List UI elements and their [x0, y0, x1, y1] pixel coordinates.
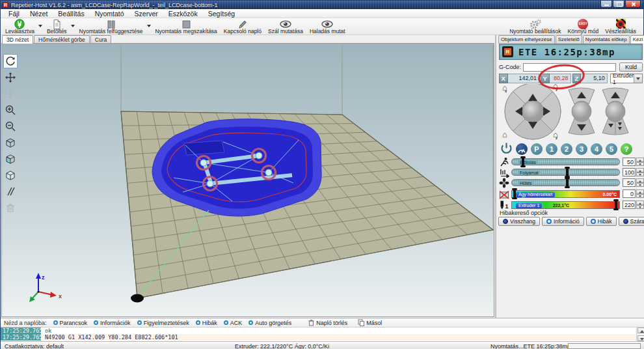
fan-value[interactable]: 50	[623, 178, 636, 187]
park-button[interactable]: P	[531, 143, 543, 155]
feedrate-slider-thumb[interactable]	[522, 157, 524, 167]
spin-down-icon[interactable]	[636, 162, 644, 167]
menu-config[interactable]: Beállítás	[53, 9, 89, 18]
svg-text:1: 1	[505, 202, 509, 209]
repetier-host-window: R Repetier-Host V1.6.2 - asm_LCDCase-Rep…	[0, 0, 644, 349]
extruder-temp-reading: 222,1°C	[553, 203, 569, 208]
flow-slider[interactable]: Folyamat	[511, 169, 620, 176]
tab-object-placement[interactable]: Objektum elhelyezése	[498, 35, 555, 44]
preset-2-button[interactable]: 2	[561, 143, 572, 155]
panel-tabs: Objektum elhelyezése Szeletelő Nyomtatás…	[498, 35, 644, 44]
filter-errors[interactable]: Hibák	[196, 320, 217, 326]
top-view-button[interactable]	[3, 168, 18, 182]
log-scrollbar[interactable]	[636, 328, 644, 341]
extruder-temp-thumb[interactable]	[615, 200, 617, 210]
minimize-button[interactable]	[600, 1, 612, 8]
preset-3-button[interactable]: 3	[576, 143, 587, 155]
fan-icon	[498, 178, 510, 188]
zoom-in-button[interactable]	[3, 103, 18, 117]
load-button[interactable]: Betöltés	[44, 19, 70, 35]
speed-multiply-button[interactable]	[516, 143, 528, 155]
echo-toggle[interactable]: Visszhang	[498, 217, 540, 226]
printer-settings-button[interactable]: Nyomtató beállítások	[506, 19, 564, 35]
toggle-log-button[interactable]: Kapcsoló napló	[221, 19, 265, 35]
log-message: ok	[41, 328, 51, 334]
gcode-input[interactable]	[523, 63, 616, 72]
print-progress-bar	[568, 343, 641, 349]
zoom-fit-button[interactable]	[3, 119, 18, 133]
scroll-down-icon[interactable]	[637, 335, 644, 341]
move-object-button[interactable]	[3, 87, 18, 101]
flow-slider-thumb[interactable]	[566, 167, 569, 177]
fan-slider-thumb[interactable]	[566, 178, 569, 188]
close-button[interactable]	[625, 1, 641, 8]
move-view-button[interactable]	[3, 70, 18, 85]
menu-server[interactable]: Szerver	[129, 9, 163, 18]
emergency-stop-button[interactable]: Vészleállítás	[602, 19, 639, 35]
info-toggle[interactable]: Információ	[542, 217, 584, 226]
load-dropdown[interactable]	[70, 19, 76, 33]
filter-autoscroll[interactable]: Auto görgetés	[248, 320, 291, 326]
menu-help[interactable]: Segítség	[203, 9, 240, 18]
clear-log-button[interactable]: Napló törlés	[308, 319, 347, 326]
menu-view[interactable]: Nézet	[25, 9, 53, 18]
extruder-select[interactable]: Extruder 1	[610, 74, 643, 83]
extruder-temp-value[interactable]: 220	[623, 201, 636, 209]
send-button[interactable]: Küld	[619, 63, 643, 72]
flow-value[interactable]: 100	[623, 168, 636, 176]
feedrate-value[interactable]: 50	[623, 158, 636, 166]
bed-temp-thumb[interactable]	[513, 189, 516, 199]
dry-run-toggle[interactable]: Száraz futás	[619, 217, 644, 226]
preset-5-button[interactable]: 5	[606, 143, 617, 155]
log-row: 17:25:29.765 ok	[1, 328, 644, 334]
tab-manual-control[interactable]: Kézi vezérlés	[630, 35, 644, 44]
bed-temp-value[interactable]: 0	[623, 189, 636, 198]
tab-slicer[interactable]: Szeletelő	[556, 35, 582, 44]
spin-down-icon[interactable]	[636, 173, 644, 177]
extruder-temp-slider[interactable]: Extruder 1 222,1°C	[511, 201, 620, 209]
copy-log-button[interactable]: Másol	[358, 319, 382, 326]
preset-4-button[interactable]: 4	[591, 143, 602, 155]
filter-infos[interactable]: Információk	[94, 320, 131, 326]
menu-tools[interactable]: Eszközök	[163, 9, 203, 18]
rotate-view-button[interactable]	[3, 54, 18, 68]
show-filament-button[interactable]: Szál mutatása	[265, 19, 306, 35]
disconnect-dropdown[interactable]	[38, 19, 44, 33]
tab-3d-view[interactable]: 3D nézet	[2, 35, 33, 44]
menu-file[interactable]: Fájl	[3, 9, 25, 18]
scroll-up-icon[interactable]	[637, 328, 644, 333]
home-z-button[interactable]: ⌂z	[553, 131, 558, 139]
show-travel-button[interactable]: Haladás mutat	[306, 19, 349, 35]
abort-print-button[interactable]: Nyomtatás megszakítása	[152, 19, 220, 35]
spin-down-icon[interactable]	[636, 205, 644, 210]
chevron-down-icon[interactable]	[634, 74, 642, 83]
filter-commands[interactable]: Parancsok	[53, 320, 88, 326]
delete-object-button[interactable]	[3, 201, 18, 215]
feedrate-slider[interactable]: Előtolás	[511, 158, 620, 165]
preset-1-button[interactable]: 1	[546, 143, 557, 155]
front-view-button[interactable]	[3, 152, 18, 166]
maximize-button[interactable]	[613, 1, 624, 8]
spin-down-icon[interactable]	[636, 183, 644, 188]
home-y-button[interactable]: ⌂y	[553, 82, 558, 90]
spin-down-icon[interactable]	[636, 194, 644, 199]
easy-mode-button[interactable]: EASY Könnyű mód	[565, 19, 602, 35]
errors-toggle[interactable]: Hibák	[586, 217, 617, 226]
tab-print-preview[interactable]: Nyomtatás előkép	[583, 35, 630, 44]
pause-dropdown[interactable]	[146, 19, 152, 33]
isometric-view-button[interactable]	[3, 135, 18, 150]
filter-warnings[interactable]: Figyelmeztetések	[137, 320, 189, 326]
filter-ack[interactable]: ACK	[224, 320, 243, 326]
fan-slider[interactable]: Hűtés	[511, 179, 620, 186]
menu-printer[interactable]: Nyomtató	[90, 9, 129, 18]
disconnect-button[interactable]: Leválasztva	[2, 19, 38, 35]
bed-temp-slider[interactable]: Ágy hőmérséklet 0.00°C	[511, 190, 620, 198]
3d-viewport[interactable]: z x	[1, 43, 494, 317]
home-x-button[interactable]: ⌂x	[502, 84, 507, 92]
pause-print-button[interactable]: Nyomtatás felfüggesztése	[76, 19, 146, 35]
home-all-button[interactable]: ⌂	[502, 131, 507, 139]
motors-off-button[interactable]	[500, 142, 513, 156]
parallel-projection-button[interactable]	[3, 184, 18, 199]
pause-icon	[106, 19, 116, 29]
help-button[interactable]: ?	[621, 143, 632, 155]
